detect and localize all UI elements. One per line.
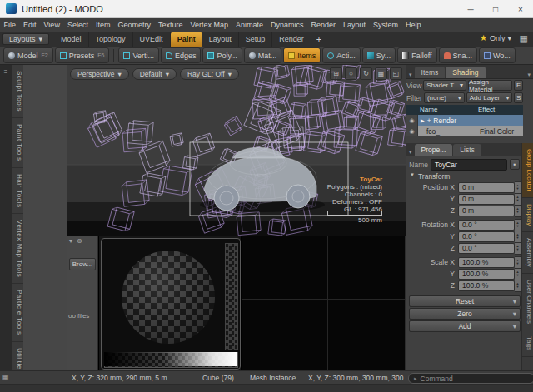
name-options-button[interactable]: ▪ [510,159,520,170]
layout-grid-icon[interactable]: ▦ [520,33,528,44]
viewport-3d[interactable]: Perspective ▾ Default ▾ Ray GL: Off ▾ ⊞ … [67,65,406,236]
position-z-field[interactable]: 0 m [458,206,515,216]
stepper-icon[interactable]: ▲▼ [515,231,521,243]
tab-user-channels[interactable]: User Channels [522,274,533,330]
polygons-mode-button[interactable]: Poly... [202,47,242,63]
action-center-button[interactable]: Acti... [322,47,361,63]
chevron-down-icon[interactable]: ▾ [406,149,415,156]
tab-group-locator[interactable]: Group Locator [522,143,533,198]
falloff-button[interactable]: Falloff [397,47,436,63]
item-name-field[interactable]: ToyCar [431,159,507,171]
only-toggle[interactable]: ★ Only ▾ [480,33,511,42]
reset-button[interactable]: Reset ▾ [409,295,521,307]
work-plane-button[interactable]: Wo... [479,47,516,63]
menu-select[interactable]: Select [63,18,92,32]
tree-row-fco[interactable]: ◉ fco_ Final Color [406,126,523,136]
sidebar-item-vertex-map-tools[interactable]: Vertex Map Tools [12,214,23,284]
browse-button[interactable]: Brow... [69,258,96,270]
menu-geometry[interactable]: Geometry [114,18,155,32]
tab-display[interactable]: Display [522,198,533,232]
maximize-viewport-icon[interactable]: ◱ [390,67,402,80]
menu-render[interactable]: Render [307,18,340,32]
rotation-y-field[interactable]: 0.0 ° [458,231,515,242]
tab-lists[interactable]: Lists [453,144,481,156]
presets-button[interactable]: Presets F6 [55,47,110,63]
layout-tab-topology[interactable]: Topology [89,32,133,47]
stepper-icon[interactable]: ▲▼ [515,205,521,217]
snapping-button[interactable]: Sna... [439,47,478,63]
menu-animate[interactable]: Animate [232,18,266,32]
zero-button[interactable]: Zero ▾ [409,308,521,320]
layout-tab-uvedit[interactable]: UVEdit [133,32,171,47]
add-layout-button[interactable]: + [311,34,326,44]
scale-x-field[interactable]: 100.0 % [458,257,515,268]
menu-texture[interactable]: Texture [154,18,187,32]
rotation-x-field[interactable]: 0.0 ° [458,220,515,231]
visibility-eye-icon[interactable]: ◉ [406,115,418,126]
tab-assembly[interactable]: Assembly [522,232,533,274]
raygl-dropdown[interactable]: Ray GL: Off ▾ [180,68,239,80]
model-mode-button[interactable]: Model F2 [3,47,53,63]
maximize-button[interactable]: □ [483,0,508,18]
assign-material-button[interactable]: Assign Material [468,80,512,91]
scale-y-field[interactable]: 100.0 % [458,269,515,280]
grid-icon[interactable]: ⊞ [330,67,342,80]
layout-tab-model[interactable]: Model [54,32,89,47]
filter-dropdown[interactable]: (none) ▾ [424,92,465,103]
menu-edit[interactable]: Edit [20,18,41,32]
image-slots-panel[interactable] [242,236,406,370]
stepper-icon[interactable]: ▲▼ [515,181,521,194]
position-x-field[interactable]: 0 m [458,182,515,193]
rotation-z-field[interactable]: 0.0 ° [458,243,515,254]
vertices-mode-button[interactable]: Verti... [118,47,159,63]
add-layer-dropdown[interactable]: Add Layer ▾ [466,92,513,103]
chevron-down-icon[interactable]: ▾ [69,237,72,245]
sidebar-item-paint-tools[interactable]: Paint Tools [12,118,23,168]
chevron-down-icon[interactable]: ▾ [524,72,533,78]
command-input[interactable]: ▸ Command [408,373,533,384]
sphere-view-icon[interactable]: ○ [345,67,357,80]
menu-dynamics[interactable]: Dynamics [267,18,308,32]
wireframe-icon[interactable]: ▦ [375,67,387,80]
menu-vertex-map[interactable]: Vertex Map [187,18,232,32]
expand-arrow-icon[interactable]: ▶ [421,117,425,123]
panel-handle-icon[interactable]: ≡ [0,65,12,76]
edges-mode-button[interactable]: Edges [161,47,202,63]
tab-tags[interactable]: Tags [522,330,533,357]
menu-layout[interactable]: Layout [340,18,370,32]
menu-item[interactable]: Item [92,18,114,32]
menu-file[interactable]: File [0,18,20,32]
f-button[interactable]: F [514,80,523,91]
sidebar-item-hair-tools[interactable]: Hair Tools [12,168,23,214]
shading-style-dropdown[interactable]: Default ▾ [132,68,177,80]
layout-tab-layout[interactable]: Layout [202,32,239,47]
position-y-field[interactable]: 0 m [458,194,515,205]
materials-mode-button[interactable]: Mat... [244,47,282,63]
stepper-icon[interactable]: ▲▼ [515,268,521,280]
tree-row-render[interactable]: ◉ ▶ + Render [406,115,523,126]
chevron-down-icon[interactable]: ▾ [406,72,415,78]
sidebar-item-particle-tools[interactable]: Particle Tools [12,284,23,341]
layout-tab-setup[interactable]: Setup [239,32,273,47]
layouts-dropdown[interactable]: Layouts ▾ [2,33,49,45]
symmetry-button[interactable]: Sy... [362,47,396,63]
vertical-checker-strip[interactable] [225,243,238,350]
items-mode-button[interactable]: Items [283,47,321,63]
tab-items[interactable]: Items [415,67,446,78]
scale-z-field[interactable]: 100.0 % [458,280,515,291]
camera-dropdown[interactable]: Perspective ▾ [70,68,129,80]
layout-tab-paint[interactable]: Paint [171,32,202,47]
menu-help[interactable]: Help [402,18,426,32]
gear-icon[interactable]: ⊛ [77,237,82,245]
rotate-view-icon[interactable]: ↻ [360,67,372,80]
close-button[interactable]: × [508,0,533,18]
visibility-eye-icon[interactable]: ◉ [406,126,418,136]
stepper-icon[interactable]: ▲▼ [515,256,521,269]
add-button[interactable]: Add ▾ [409,320,521,332]
s-button[interactable]: S [514,92,523,103]
tab-properties[interactable]: Prope... [415,144,453,156]
stepper-icon[interactable]: ▲▼ [515,193,521,206]
texture-preview[interactable] [101,238,241,370]
stepper-icon[interactable]: ▲▼ [515,242,521,255]
status-grid-icon[interactable]: ▦ [2,374,9,381]
